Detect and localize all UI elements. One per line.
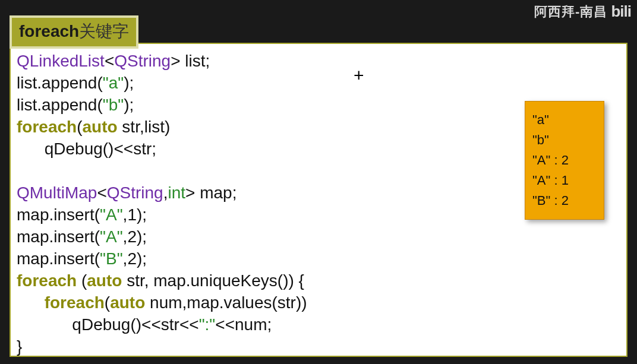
code-token: <<num; <box>215 315 272 334</box>
code-token: str,list) <box>118 118 171 136</box>
watermark: 阿西拜-南昌 bili <box>534 2 631 21</box>
code-token: foreach <box>45 293 105 312</box>
code-token: auto <box>82 118 117 136</box>
code-token: map.insert( <box>17 205 100 224</box>
code-token: "b" <box>103 96 124 114</box>
code-token <box>17 293 45 312</box>
code-token: "A" <box>100 205 123 224</box>
code-token: map; <box>195 183 236 202</box>
code-token: qDebug <box>72 315 130 334</box>
code-token: auto <box>110 293 145 312</box>
code-token: list; <box>181 52 210 70</box>
code-token: num,map.values(str)) <box>145 293 307 312</box>
code-token: map.insert( <box>17 249 100 268</box>
code-token: ,1); <box>123 205 147 224</box>
watermark-logo: bili <box>611 2 631 21</box>
code-token: < <box>97 183 106 202</box>
code-token: ,2); <box>123 249 147 268</box>
output-line: "B" : 2 <box>532 191 598 211</box>
code-token: ); <box>124 96 134 114</box>
code-token: ( <box>77 271 87 290</box>
code-token: foreach <box>17 271 77 290</box>
code-token: QMultiMap <box>17 183 97 202</box>
code-token: "B" <box>100 249 123 268</box>
code-token: int <box>168 183 185 202</box>
code-token: "A" <box>100 227 123 246</box>
code-token: list.append( <box>17 74 103 92</box>
code-token: < <box>105 52 114 70</box>
code-token: ,2); <box>123 227 147 246</box>
code-token: str, map.uniqueKeys()) { <box>122 271 304 290</box>
code-token: ()<<str<< <box>130 315 198 334</box>
title-suffix: 关键字 <box>79 22 129 40</box>
code-token: ( <box>105 293 110 312</box>
watermark-text: 阿西拜-南昌 <box>534 3 607 21</box>
output-box: "a" "b" "A" : 2 "A" : 1 "B" : 2 <box>525 101 604 220</box>
output-line: "a" <box>532 110 598 130</box>
code-token: qDebug <box>45 140 103 158</box>
code-token: > <box>185 183 195 202</box>
code-token: "a" <box>103 74 124 92</box>
code-token: list.append( <box>17 96 103 114</box>
code-token: QString <box>114 52 171 70</box>
code-token: auto <box>87 271 122 290</box>
code-token: QLinkedList <box>17 52 105 70</box>
code-token: QString <box>107 183 163 202</box>
output-line: "A" : 2 <box>532 150 598 170</box>
title-keyword: foreach <box>19 22 79 40</box>
code-token: map.insert( <box>17 227 100 246</box>
code-token: ); <box>124 74 134 92</box>
slide-title: foreach关键字 <box>10 15 138 49</box>
code-token: ()<<str; <box>103 140 156 158</box>
code-token: > <box>171 52 180 70</box>
code-token: } <box>17 337 22 356</box>
output-line: "A" : 1 <box>532 170 598 191</box>
output-line: "b" <box>532 130 598 150</box>
code-token: foreach <box>17 118 77 136</box>
code-token <box>17 140 45 158</box>
code-token <box>17 315 72 334</box>
code-token: ":" <box>199 315 216 334</box>
